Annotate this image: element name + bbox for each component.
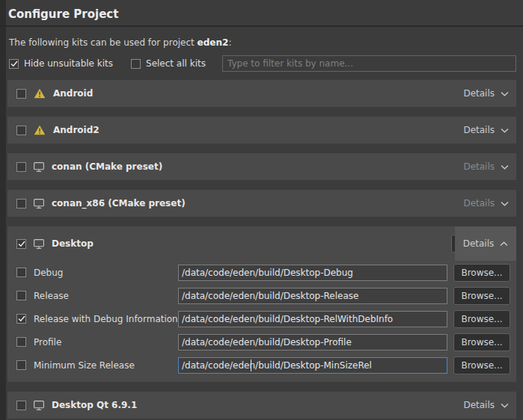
build-config-label: Debug bbox=[34, 268, 178, 278]
kit-checkbox[interactable] bbox=[16, 199, 26, 209]
build-dir-field bbox=[178, 288, 447, 304]
details-label: Details bbox=[463, 125, 495, 135]
kit-name: Desktop Qt 6.9.1 bbox=[52, 400, 137, 410]
build-dir-input[interactable] bbox=[178, 265, 447, 281]
chevron-down-icon bbox=[501, 201, 509, 206]
build-config-row-minimum-size-release: Minimum Size ReleaseBrowse... bbox=[7, 353, 516, 377]
hide-unsuitable-checkbox-icon[interactable] bbox=[9, 59, 19, 69]
desktop-icon bbox=[34, 199, 44, 209]
build-dir-input[interactable] bbox=[178, 288, 447, 304]
project-name: eden2 bbox=[198, 37, 229, 48]
kit-name: Android bbox=[53, 88, 93, 99]
warning-icon bbox=[34, 88, 46, 99]
details-toggle[interactable]: Details bbox=[463, 125, 509, 135]
build-dir-input[interactable] bbox=[178, 357, 447, 374]
desktop-icon bbox=[34, 162, 44, 172]
build-config-checkbox[interactable] bbox=[16, 360, 26, 370]
kit-header: conan (CMake preset)Details bbox=[7, 153, 516, 180]
details-label: Details bbox=[463, 400, 495, 410]
kit-list: AndroidDetailsAndroid2Detailsconan (CMak… bbox=[7, 80, 516, 419]
kit-filter-input[interactable] bbox=[222, 55, 516, 72]
details-label: Details bbox=[463, 161, 495, 172]
build-config-row-debug: DebugBrowse... bbox=[7, 261, 516, 284]
details-label: Details bbox=[463, 238, 495, 249]
build-config-row-release-with-debug-information: Release with Debug InformationBrowse... bbox=[7, 307, 516, 330]
build-config-checkbox[interactable] bbox=[16, 268, 26, 277]
configure-project-panel: Configure Project The following kits can… bbox=[0, 0, 523, 420]
build-dir-field bbox=[178, 311, 447, 327]
details-toggle[interactable]: Details bbox=[463, 88, 509, 99]
browse-button[interactable]: Browse... bbox=[453, 333, 510, 351]
details-toggle[interactable]: Details bbox=[463, 400, 509, 410]
kit-row-desktop-qt-6-9-1: Desktop Qt 6.9.1Details bbox=[7, 392, 516, 419]
build-config-label: Release with Debug Information bbox=[34, 314, 178, 324]
text-caret bbox=[251, 359, 251, 371]
browse-button[interactable]: Browse... bbox=[453, 264, 510, 282]
desktop-icon bbox=[34, 239, 44, 249]
hide-unsuitable-label: Hide unsuitable kits bbox=[24, 58, 113, 69]
details-toggle[interactable]: Details bbox=[455, 226, 516, 261]
details-label: Details bbox=[463, 198, 495, 209]
kit-header: DesktopManage...Details bbox=[7, 226, 516, 261]
kit-row-android: AndroidDetails bbox=[7, 80, 516, 107]
select-all-label: Select all kits bbox=[146, 58, 206, 69]
select-all-checkbox-icon[interactable] bbox=[131, 59, 141, 69]
select-all-kits-option[interactable]: Select all kits bbox=[131, 58, 206, 69]
build-config-label: Profile bbox=[34, 337, 178, 348]
chevron-down-icon bbox=[501, 164, 509, 170]
kit-checkbox[interactable] bbox=[16, 89, 26, 99]
kit-row-conan-x86-cmake-preset: conan_x86 (CMake preset)Details bbox=[7, 190, 516, 217]
kit-checkbox[interactable] bbox=[16, 239, 26, 249]
build-config-label: Minimum Size Release bbox=[34, 360, 178, 371]
build-dir-field bbox=[178, 265, 447, 281]
kit-name: Android2 bbox=[53, 125, 100, 135]
build-dir-field bbox=[178, 357, 447, 374]
kit-row-conan-cmake-preset: conan (CMake preset)Details bbox=[7, 153, 516, 180]
subtitle-colon: : bbox=[228, 37, 231, 48]
build-dir-field bbox=[178, 334, 447, 350]
kit-header: conan_x86 (CMake preset)Details bbox=[7, 190, 516, 217]
chevron-down-icon bbox=[501, 403, 509, 408]
chevron-up-icon bbox=[500, 241, 508, 247]
browse-button[interactable]: Browse... bbox=[453, 287, 510, 305]
build-dir-input[interactable] bbox=[178, 334, 447, 350]
kit-header: Desktop Qt 6.9.1Details bbox=[7, 392, 516, 419]
kit-name: conan_x86 (CMake preset) bbox=[52, 198, 186, 209]
warning-icon bbox=[34, 125, 46, 135]
browse-button[interactable]: Browse... bbox=[453, 356, 510, 374]
build-config-row-profile: ProfileBrowse... bbox=[7, 330, 516, 353]
kit-header: Android2Details bbox=[7, 117, 516, 143]
hide-unsuitable-kits-option[interactable]: Hide unsuitable kits bbox=[9, 58, 113, 69]
kit-name: conan (CMake preset) bbox=[52, 161, 162, 172]
build-dir-input[interactable] bbox=[178, 311, 447, 327]
details-toggle[interactable]: Details bbox=[463, 161, 509, 172]
kit-header: AndroidDetails bbox=[7, 80, 516, 107]
kits-subtitle: The following kits can be used for proje… bbox=[9, 37, 523, 48]
kit-row-android2: Android2Details bbox=[7, 117, 516, 143]
details-label: Details bbox=[463, 88, 495, 99]
subtitle-text: The following kits can be used for proje… bbox=[9, 37, 195, 48]
kit-checkbox[interactable] bbox=[16, 162, 26, 172]
chevron-down-icon bbox=[501, 91, 509, 96]
filter-bar: Hide unsuitable kits Select all kits bbox=[9, 55, 516, 72]
kit-checkbox[interactable] bbox=[16, 126, 26, 135]
build-config-checkbox[interactable] bbox=[16, 337, 26, 347]
chevron-down-icon bbox=[501, 128, 509, 133]
kit-row-desktop: DesktopManage...DetailsDebugBrowse...Rel… bbox=[7, 226, 516, 382]
build-config-checkbox[interactable] bbox=[16, 291, 26, 300]
title-separator bbox=[0, 25, 523, 27]
kit-name: Desktop bbox=[52, 238, 94, 249]
kit-checkbox[interactable] bbox=[16, 401, 26, 410]
page-title: Configure Project bbox=[0, 0, 523, 22]
desktop-icon bbox=[34, 401, 44, 410]
details-toggle[interactable]: Details bbox=[463, 198, 509, 209]
browse-button[interactable]: Browse... bbox=[453, 310, 510, 328]
build-config-label: Release bbox=[34, 291, 178, 301]
build-config-list: DebugBrowse...ReleaseBrowse...Release wi… bbox=[7, 261, 516, 382]
build-config-checkbox[interactable] bbox=[16, 314, 26, 324]
build-config-row-release: ReleaseBrowse... bbox=[7, 284, 516, 307]
